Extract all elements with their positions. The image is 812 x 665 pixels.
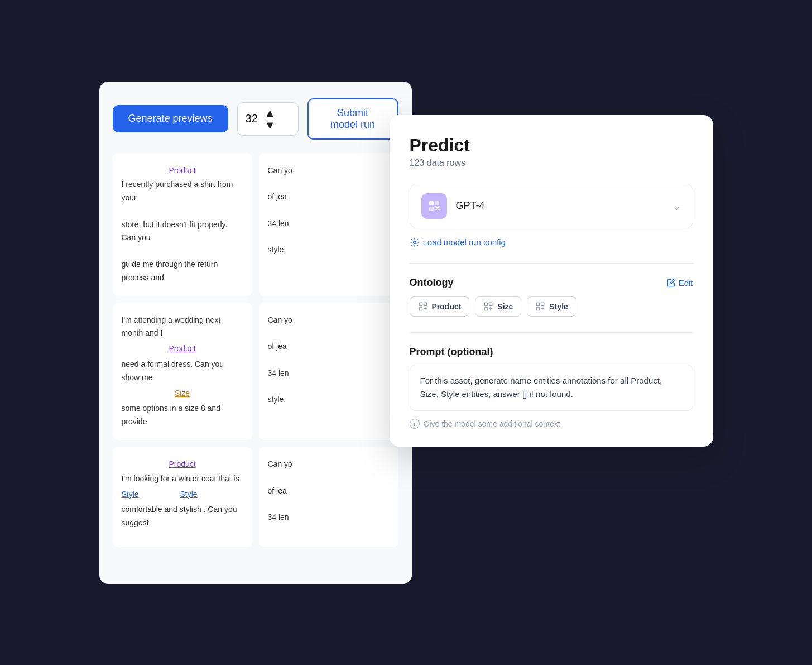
divider-1 (410, 263, 693, 264)
prompt-box[interactable]: For this asset, generate name entities a… (410, 365, 693, 412)
predict-panel: Predict 123 data rows GPT-4 ⌄ Load model… (390, 115, 713, 447)
svg-rect-1 (435, 201, 439, 205)
prompt-title: Prompt (optional) (410, 346, 693, 358)
preview-card-1-left: Product I recently purchased a shirt fro… (113, 153, 252, 296)
tag-product-1: Product (169, 166, 195, 175)
preview-panel: Generate previews 32 ▲ ▼ Submit model ru… (99, 82, 412, 584)
tag-style-3a: Style (122, 490, 139, 499)
model-selector[interactable]: GPT-4 ⌄ (410, 184, 693, 228)
card-text-1r: Can yoof jea34 lenstyle. (268, 164, 390, 257)
card-text-2r: Can yoof jea34 lenstyle. (268, 314, 390, 407)
model-icon (421, 193, 447, 219)
tag-product-2: Product (169, 344, 195, 353)
preview-card-2-right: Can yoof jea34 lenstyle. (259, 303, 398, 440)
ontology-tags-row: Product Size Style (410, 296, 693, 317)
svg-rect-11 (541, 303, 544, 305)
toolbar: Generate previews 32 ▲ ▼ Submit model ru… (113, 98, 398, 140)
tag-size-icon (483, 302, 493, 312)
ontology-tag-product-label: Product (432, 302, 462, 311)
model-icon-svg (427, 199, 441, 213)
stepper-down-icon[interactable]: ▼ (265, 119, 276, 131)
svg-rect-12 (537, 307, 540, 310)
ontology-tag-product[interactable]: Product (410, 296, 470, 317)
svg-rect-7 (485, 303, 488, 305)
generate-previews-button[interactable]: Generate previews (113, 105, 228, 132)
count-value: 32 (246, 112, 258, 125)
ontology-tag-size-label: Size (497, 302, 513, 311)
svg-rect-4 (419, 303, 422, 305)
model-name: GPT-4 (456, 200, 663, 212)
main-container: Generate previews 32 ▲ ▼ Submit model ru… (99, 82, 713, 584)
ontology-edit-link[interactable]: Edit (667, 278, 693, 288)
svg-point-3 (413, 241, 416, 243)
svg-rect-5 (424, 303, 426, 305)
card-text-2b: need a formal dress. Can you show me (122, 358, 243, 385)
card-text-2a: I'm attending a wedding next month and I (122, 314, 243, 341)
info-icon: i (410, 419, 420, 429)
ontology-tag-style-label: Style (549, 302, 568, 311)
predict-title: Predict (410, 135, 693, 156)
divider-2 (410, 332, 693, 333)
edit-icon (667, 278, 676, 287)
card-text-3a: I'm looking for a winter coat that is (122, 472, 243, 486)
card-text-1: I recently purchased a shirt from yourst… (122, 178, 243, 284)
svg-rect-6 (419, 307, 422, 310)
svg-rect-2 (429, 207, 434, 211)
preview-card-3-right: Can yoof jea34 len (259, 447, 398, 547)
tag-size-2: Size (175, 389, 190, 398)
ontology-title: Ontology (410, 277, 454, 289)
preview-card-3-left: Product I'm looking for a winter coat th… (113, 447, 252, 547)
ontology-tag-size[interactable]: Size (475, 296, 521, 317)
card-text-3b: comfortable and stylish . Can you sugges… (122, 503, 243, 530)
count-input-wrapper: 32 ▲ ▼ (237, 102, 299, 136)
count-stepper[interactable]: ▲ ▼ (265, 107, 276, 131)
cards-grid: Product I recently purchased a shirt fro… (113, 153, 398, 548)
load-config-label: Load model run config (423, 237, 506, 247)
tag-product-3: Product (169, 460, 195, 468)
stepper-up-icon[interactable]: ▲ (265, 107, 276, 118)
svg-rect-9 (485, 307, 488, 310)
model-chevron-down-icon: ⌄ (672, 199, 681, 213)
svg-rect-8 (489, 303, 492, 305)
hint-label: Give the model some additional context (424, 419, 560, 428)
hint-row: i Give the model some additional context (410, 419, 693, 429)
tag-product-icon (418, 302, 428, 312)
ontology-tag-style[interactable]: Style (527, 296, 576, 317)
load-config-link[interactable]: Load model run config (410, 237, 693, 247)
tag-style-3b: Style (180, 490, 198, 499)
gear-icon (410, 237, 420, 247)
tag-style-icon (535, 302, 545, 312)
submit-model-run-button[interactable]: Submit model run (307, 98, 398, 140)
ontology-section-header: Ontology Edit (410, 277, 693, 289)
predict-subtitle: 123 data rows (410, 158, 693, 168)
svg-rect-0 (429, 201, 434, 205)
preview-card-2-left: I'm attending a wedding next month and I… (113, 303, 252, 440)
card-text-3r: Can yoof jea34 len (268, 458, 390, 524)
card-text-2c: some options in a size 8 and provide (122, 402, 243, 429)
preview-card-1-right: Can yoof jea34 lenstyle. (259, 153, 398, 296)
svg-rect-10 (537, 303, 540, 305)
edit-label: Edit (679, 278, 693, 288)
